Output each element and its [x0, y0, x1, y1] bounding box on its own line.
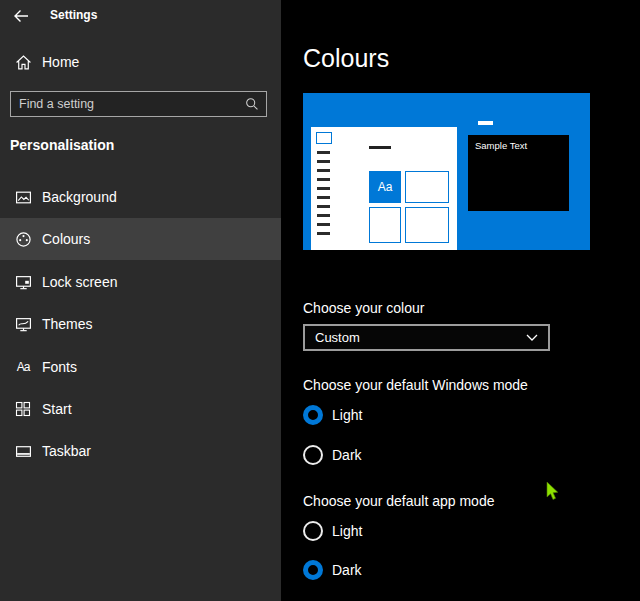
sidebar-item-label: Fonts	[42, 359, 77, 375]
fonts-icon: Aa	[14, 358, 32, 376]
radio-label: Dark	[332, 447, 362, 463]
windows-mode-label: Choose your default Windows mode	[303, 377, 528, 393]
colour-dropdown-value: Custom	[315, 330, 360, 345]
sidebar-item-label: Background	[42, 189, 117, 205]
start-icon	[14, 400, 32, 418]
sidebar-item-label: Start	[42, 401, 72, 417]
page-title: Colours	[303, 44, 389, 73]
radio-label: Light	[332, 523, 362, 539]
colour-preview-image: Aa Sample Text	[303, 93, 590, 250]
sidebar-item-home[interactable]: Home	[0, 46, 281, 78]
sidebar-item-label: Colours	[42, 231, 90, 247]
sidebar-item-label: Home	[42, 54, 79, 70]
taskbar-icon	[14, 442, 32, 460]
windows-mode-option-light[interactable]: Light	[303, 405, 362, 425]
app-mode-label: Choose your default app mode	[303, 493, 494, 509]
sidebar-item-background[interactable]: Background	[0, 176, 281, 218]
sidebar-item-taskbar[interactable]: Taskbar	[0, 430, 281, 472]
colours-page: Colours Aa	[281, 0, 640, 601]
window-title: Settings	[50, 8, 97, 22]
sidebar-item-fonts[interactable]: Aa Fonts	[0, 346, 281, 388]
preview-aa-tile: Aa	[369, 171, 401, 203]
back-icon	[13, 8, 29, 24]
search-box	[10, 91, 267, 117]
sidebar-item-colours[interactable]: Colours	[0, 218, 281, 260]
search-icon[interactable]	[238, 92, 266, 116]
radio-label: Light	[332, 407, 362, 423]
radio-unselected-icon	[303, 445, 323, 465]
sidebar-item-start[interactable]: Start	[0, 388, 281, 430]
sidebar-section-title: Personalisation	[10, 137, 114, 153]
sidebar-item-label: Lock screen	[42, 274, 117, 290]
back-button[interactable]	[8, 4, 34, 28]
colour-dropdown[interactable]: Custom	[303, 324, 550, 351]
app-mode-option-light[interactable]: Light	[303, 521, 362, 541]
sidebar: Settings Home Personalisation Background	[0, 0, 281, 601]
radio-selected-icon	[303, 560, 323, 580]
sidebar-item-lock-screen[interactable]: Lock screen	[0, 261, 281, 303]
search-input[interactable]	[11, 97, 238, 111]
app-mode-option-dark[interactable]: Dark	[303, 560, 362, 580]
preview-sample-text-box: Sample Text	[468, 135, 569, 211]
themes-icon	[14, 315, 32, 333]
radio-unselected-icon	[303, 521, 323, 541]
sidebar-item-themes[interactable]: Themes	[0, 303, 281, 345]
radio-selected-icon	[303, 405, 323, 425]
chevron-down-icon	[526, 334, 538, 342]
home-icon	[14, 53, 32, 71]
settings-window: Settings Home Personalisation Background	[0, 0, 640, 601]
windows-mode-option-dark[interactable]: Dark	[303, 445, 362, 465]
choose-colour-label: Choose your colour	[303, 300, 424, 316]
mouse-cursor-icon	[546, 482, 560, 501]
preview-window-mockup: Aa	[311, 127, 457, 250]
preview-sample-text: Sample Text	[475, 140, 527, 151]
sidebar-item-label: Themes	[42, 316, 93, 332]
sidebar-item-label: Taskbar	[42, 443, 91, 459]
colours-icon	[14, 230, 32, 248]
lock-screen-icon	[14, 273, 32, 291]
radio-label: Dark	[332, 562, 362, 578]
preview-title-dash	[478, 121, 493, 125]
background-icon	[14, 188, 32, 206]
